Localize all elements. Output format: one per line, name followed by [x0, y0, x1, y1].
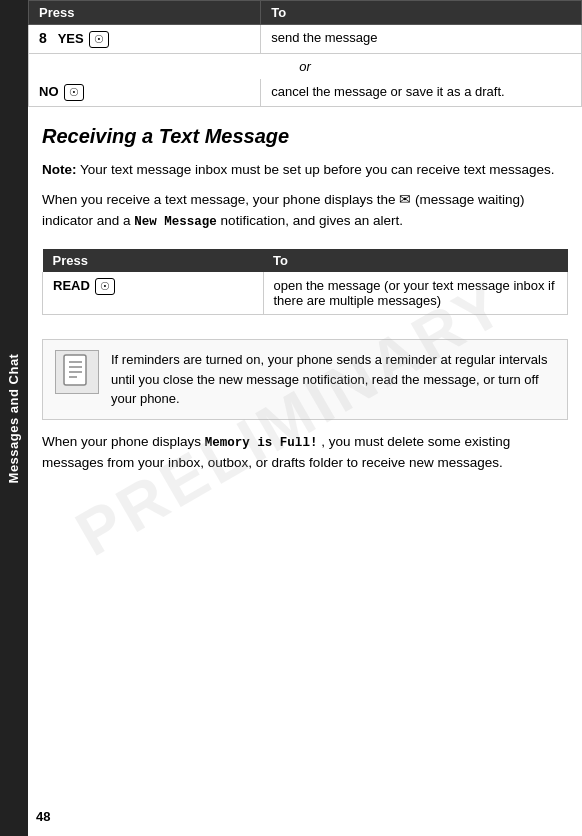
note-body: Your text message inbox must be set up b… — [77, 162, 555, 177]
table-row: 8 YES ☉ send the message — [29, 25, 582, 54]
memory-full-code: Memory is Full! — [205, 436, 318, 450]
table-cell-press-no: NO ☉ — [29, 79, 261, 107]
no-key-label: NO — [39, 84, 59, 99]
second-table-header-press: Press — [43, 249, 264, 272]
table-cell-action-cancel: cancel the message or save it as a draft… — [261, 79, 582, 107]
top-instruction-table: Press To 8 YES ☉ send the message or — [28, 0, 582, 107]
side-tab: Messages and Chat — [0, 0, 28, 836]
reminder-note-box: If reminders are turned on, your phone s… — [42, 339, 568, 420]
paragraph1-text: When you receive a text message, your ph… — [42, 192, 395, 207]
second-table-header-to: To — [263, 249, 568, 272]
table-row: NO ☉ cancel the message or save it as a … — [29, 79, 582, 107]
paragraph1-end: notification, and gives an alert. — [221, 213, 403, 228]
second-table-wrapper: Press To READ ☉ open the message (or you… — [42, 249, 568, 315]
section-heading: Receiving a Text Message — [42, 125, 568, 148]
reminder-note-icon — [55, 350, 99, 394]
envelope-icon: ✉ — [399, 192, 415, 207]
note-paragraph: Note: Your text message inbox must be se… — [42, 160, 568, 180]
svg-rect-0 — [64, 355, 86, 385]
table-cell-action-send: send the message — [261, 25, 582, 54]
memory-full-prefix: When your phone displays — [42, 434, 201, 449]
memory-full-paragraph: When your phone displays Memory is Full!… — [42, 432, 568, 473]
note-prefix: Note: — [42, 162, 77, 177]
read-key-icon: ☉ — [95, 278, 115, 295]
second-instruction-table: Press To READ ☉ open the message (or you… — [42, 249, 568, 315]
yes-key-icon: ☉ — [89, 31, 109, 48]
new-message-code: New Message — [134, 215, 217, 229]
table-cell-press-yes: 8 YES ☉ — [29, 25, 261, 54]
page-number: 48 — [36, 809, 50, 824]
table-cell-press-read: READ ☉ — [43, 272, 264, 315]
row-number-8: 8 — [39, 30, 47, 46]
no-key-icon: ☉ — [64, 84, 84, 101]
table-cell-action-read: open the message (or your text message i… — [263, 272, 568, 315]
table-row: READ ☉ open the message (or your text me… — [43, 272, 568, 315]
or-label: or — [29, 54, 582, 80]
reminder-note-text: If reminders are turned on, your phone s… — [111, 350, 555, 409]
note-svg-icon — [61, 354, 93, 390]
top-table-header-to: To — [261, 1, 582, 25]
yes-key-label: YES — [58, 31, 84, 46]
or-row: or — [29, 54, 582, 80]
main-content: Press To 8 YES ☉ send the message or — [28, 0, 582, 836]
paragraph1: When you receive a text message, your ph… — [42, 190, 568, 231]
top-table-header-press: Press — [29, 1, 261, 25]
read-key-label: READ — [53, 278, 90, 293]
side-tab-label: Messages and Chat — [7, 353, 22, 483]
